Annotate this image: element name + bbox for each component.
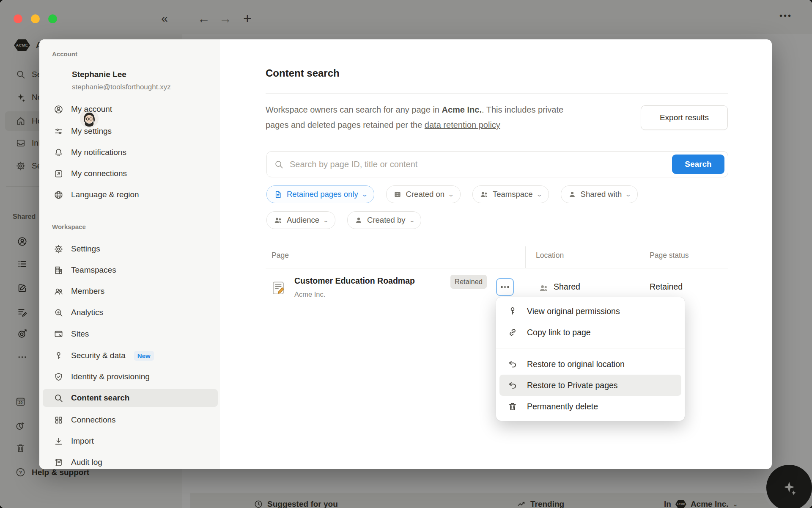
- chevron-down-icon: ⌄: [448, 191, 454, 198]
- zoom-window-button[interactable]: [48, 14, 57, 23]
- dot: [501, 286, 503, 288]
- column-header-page-status: Page status: [650, 251, 689, 260]
- arrow-out-box-icon: [54, 169, 63, 179]
- menu-item-label: View original permissions: [527, 306, 620, 316]
- filter-label: Created on: [406, 190, 445, 199]
- gear-icon: [54, 244, 63, 254]
- filter-chip-audience[interactable]: Audience⌄: [266, 211, 335, 229]
- settings-nav-my-connections[interactable]: My connections: [43, 165, 218, 182]
- filter-chip-teamspace[interactable]: Teamspace⌄: [472, 185, 549, 203]
- document-icon: [274, 190, 283, 199]
- column-header-page: Page: [272, 251, 289, 260]
- key-icon: [508, 306, 518, 316]
- settings-nav-language-region[interactable]: Language & region: [43, 186, 218, 204]
- filter-label: Retained pages only: [287, 190, 358, 199]
- settings-nav-identity-provisioning[interactable]: Identity & provisioning: [43, 368, 218, 386]
- settings-nav-teamspaces[interactable]: Teamspaces: [43, 261, 218, 279]
- app-window: « ← → + ••• ACME Acme Inc. Search Notion…: [0, 0, 812, 508]
- filter-chip-created-on[interactable]: Created on⌄: [386, 185, 461, 203]
- link-icon: [508, 327, 518, 337]
- calendar-icon: [393, 190, 402, 199]
- menu-item-copy-link-to-page[interactable]: Copy link to page: [499, 322, 681, 343]
- nav-label: Teamspaces: [71, 265, 116, 275]
- menu-item-view-original-permissions[interactable]: View original permissions: [499, 301, 681, 322]
- nav-label: Analytics: [71, 308, 103, 317]
- shield-check-icon: [54, 372, 63, 382]
- title-divider: [266, 93, 728, 94]
- filter-label: Created by: [367, 215, 406, 225]
- settings-nav-my-account[interactable]: My account: [43, 100, 218, 118]
- person-icon: [568, 190, 576, 199]
- settings-nav-my-settings[interactable]: My settings: [43, 122, 218, 140]
- menu-item-label: Restore to Private pages: [527, 381, 618, 390]
- search-button[interactable]: Search: [672, 155, 724, 174]
- menu-item-restore-to-original-location[interactable]: Restore to original location: [499, 353, 681, 375]
- scroll-icon: [54, 458, 63, 467]
- menu-item-permanently-delete[interactable]: Permanently delete: [499, 396, 681, 417]
- filter-chip-created-by[interactable]: Created by⌄: [347, 211, 421, 229]
- row-more-actions-button[interactable]: [496, 278, 514, 296]
- nav-label: Import: [71, 436, 94, 446]
- search-icon: [54, 393, 63, 403]
- nav-label: My settings: [71, 127, 112, 136]
- key-icon: [54, 351, 63, 361]
- settings-nav-import[interactable]: Import: [43, 432, 218, 450]
- column-divider: [525, 246, 526, 268]
- nav-label: My notifications: [71, 148, 126, 157]
- settings-sidebar: Account Stephanie Lee stephanie@toolsfor…: [39, 39, 220, 469]
- export-results-button[interactable]: Export results: [641, 105, 728, 130]
- globe-icon: [54, 190, 63, 200]
- minimize-window-button[interactable]: [31, 14, 40, 23]
- settings-nav-sites[interactable]: Sites: [43, 325, 218, 343]
- nav-label: My connections: [71, 169, 127, 178]
- person-circle-icon: [54, 105, 63, 114]
- sliders-icon: [54, 127, 63, 136]
- dot: [507, 286, 509, 288]
- trash-icon: [508, 401, 518, 411]
- filter-chip-shared-with[interactable]: Shared with⌄: [561, 185, 638, 203]
- person-icon: [354, 216, 363, 224]
- nav-label: My account: [71, 105, 112, 114]
- filter-chip-retained-pages-only[interactable]: Retained pages only⌄: [266, 185, 374, 203]
- menu-item-label: Restore to original location: [527, 359, 625, 369]
- retained-badge: Retained: [450, 275, 487, 289]
- result-page-status: Retained: [650, 282, 683, 292]
- content-search-bar: Search: [266, 151, 728, 177]
- download-icon: [54, 436, 63, 446]
- search-icon: [274, 160, 284, 169]
- shared-people-icon: [539, 283, 549, 293]
- settings-nav-content-search[interactable]: Content search: [43, 389, 218, 407]
- workspace-section-label: Workspace: [52, 223, 86, 230]
- data-retention-policy-link[interactable]: data retention policy: [425, 120, 500, 130]
- page-memo-icon: [272, 281, 285, 294]
- bell-icon: [54, 148, 63, 157]
- page-description: Workspace owners can search for any page…: [266, 102, 566, 133]
- settings-nav-security-data[interactable]: Security & dataNew: [43, 347, 218, 364]
- settings-nav-analytics[interactable]: Analytics: [43, 304, 218, 321]
- chevron-down-icon: ⌄: [536, 191, 543, 198]
- nav-label: Settings: [71, 244, 100, 254]
- settings-nav-members[interactable]: Members: [43, 282, 218, 300]
- settings-nav-audit-log[interactable]: Audit log: [43, 453, 218, 471]
- filter-label: Shared with: [581, 190, 622, 199]
- column-header-location: Location: [536, 251, 564, 260]
- description-workspace-name: Acme Inc.: [442, 105, 482, 114]
- result-page-workspace: Acme Inc.: [294, 290, 325, 298]
- result-page-title[interactable]: Customer Education Roadmap: [294, 276, 415, 286]
- people-icon: [274, 216, 283, 225]
- nav-label: Sites: [71, 329, 89, 339]
- settings-nav-settings[interactable]: Settings: [43, 240, 218, 258]
- settings-nav-connections[interactable]: Connections: [43, 411, 218, 429]
- building-icon: [54, 265, 63, 275]
- menu-item-label: Permanently delete: [527, 402, 598, 411]
- menu-item-restore-to-private-pages[interactable]: Restore to Private pages: [499, 375, 681, 396]
- chevron-down-icon: ⌄: [323, 217, 329, 224]
- settings-nav-my-notifications[interactable]: My notifications: [43, 144, 218, 161]
- chevron-down-icon: ⌄: [362, 191, 368, 198]
- user-name: Stephanie Lee: [72, 70, 126, 79]
- account-section-label: Account: [52, 50, 77, 58]
- filter-label: Audience: [287, 215, 319, 225]
- menu-item-label: Copy link to page: [527, 328, 591, 337]
- search-input[interactable]: [289, 159, 728, 170]
- close-window-button[interactable]: [14, 14, 22, 23]
